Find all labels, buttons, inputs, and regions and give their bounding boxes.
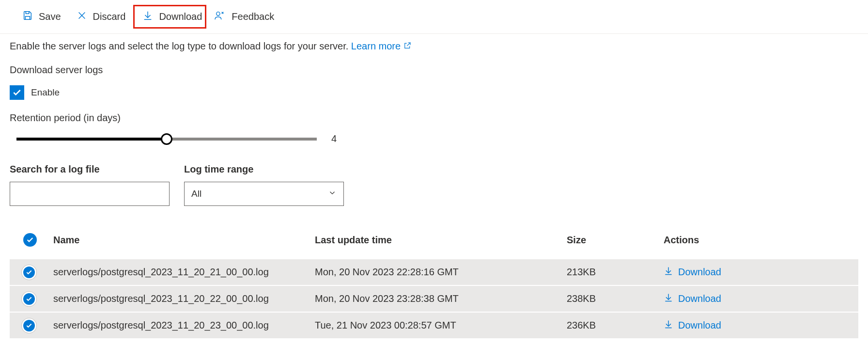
row-download-link[interactable]: Download bbox=[664, 293, 721, 305]
row-download-label: Download bbox=[678, 320, 721, 331]
download-label: Download bbox=[159, 11, 202, 22]
row-checkbox[interactable] bbox=[23, 293, 35, 305]
slider-thumb[interactable] bbox=[161, 133, 172, 145]
col-header-size[interactable]: Size bbox=[562, 225, 659, 259]
discard-label: Discard bbox=[93, 11, 126, 22]
search-label: Search for a log file bbox=[10, 164, 170, 175]
save-button[interactable]: Save bbox=[15, 6, 69, 27]
intro-text-line: Enable the server logs and select the lo… bbox=[10, 41, 858, 52]
chevron-down-icon bbox=[328, 189, 337, 200]
save-label: Save bbox=[39, 11, 61, 22]
search-input[interactable] bbox=[10, 182, 170, 206]
download-logs-heading: Download server logs bbox=[10, 64, 858, 76]
intro-text: Enable the server logs and select the lo… bbox=[10, 41, 348, 51]
feedback-button[interactable]: Feedback bbox=[206, 6, 282, 27]
col-header-actions: Actions bbox=[659, 225, 858, 259]
log-time: Mon, 20 Nov 2023 23:28:38 GMT bbox=[310, 285, 562, 312]
retention-value: 4 bbox=[331, 133, 337, 144]
row-download-link[interactable]: Download bbox=[664, 266, 721, 278]
col-header-last-update[interactable]: Last update time bbox=[310, 225, 562, 259]
time-range-label: Log time range bbox=[184, 164, 344, 175]
row-checkbox[interactable] bbox=[23, 320, 35, 331]
time-range-select[interactable]: All bbox=[184, 182, 344, 206]
download-icon bbox=[664, 293, 673, 305]
svg-point-0 bbox=[217, 12, 220, 16]
row-download-link[interactable]: Download bbox=[664, 319, 721, 331]
row-download-label: Download bbox=[678, 293, 721, 304]
table-row[interactable]: serverlogs/postgresql_2023_11_20_22_00_0… bbox=[10, 285, 858, 312]
log-size: 238KB bbox=[562, 285, 659, 312]
main-content: Enable the server logs and select the lo… bbox=[0, 34, 868, 338]
log-name: serverlogs/postgresql_2023_11_20_22_00_0… bbox=[48, 285, 310, 312]
time-range-value: All bbox=[191, 189, 202, 199]
logs-table: Name Last update time Size Actions serve… bbox=[10, 225, 858, 338]
log-name: serverlogs/postgresql_2023_11_20_21_00_0… bbox=[48, 259, 310, 285]
download-icon bbox=[664, 266, 673, 278]
enable-checkbox[interactable] bbox=[10, 85, 24, 100]
row-checkbox[interactable] bbox=[23, 267, 35, 278]
feedback-label: Feedback bbox=[232, 11, 274, 22]
slider-fill bbox=[16, 138, 167, 141]
enable-label: Enable bbox=[31, 87, 60, 98]
learn-more-link[interactable]: Learn more bbox=[351, 41, 411, 52]
log-name: serverlogs/postgresql_2023_11_20_23_00_0… bbox=[48, 312, 310, 338]
log-time: Mon, 20 Nov 2023 22:28:16 GMT bbox=[310, 259, 562, 285]
download-button[interactable]: Download bbox=[133, 5, 206, 29]
command-bar: Save Discard Download Feedback bbox=[0, 0, 868, 34]
table-row[interactable]: serverlogs/postgresql_2023_11_20_23_00_0… bbox=[10, 312, 858, 338]
close-icon bbox=[77, 10, 87, 23]
discard-button[interactable]: Discard bbox=[69, 6, 134, 27]
external-link-icon bbox=[403, 41, 411, 52]
retention-label: Retention period (in days) bbox=[10, 112, 858, 124]
download-icon bbox=[664, 319, 673, 331]
retention-slider[interactable] bbox=[16, 138, 317, 141]
log-size: 236KB bbox=[562, 312, 659, 338]
save-icon bbox=[22, 10, 33, 23]
row-download-label: Download bbox=[678, 267, 721, 278]
log-time: Tue, 21 Nov 2023 00:28:57 GMT bbox=[310, 312, 562, 338]
log-size: 213KB bbox=[562, 259, 659, 285]
learn-more-label: Learn more bbox=[351, 41, 401, 52]
col-header-name[interactable]: Name bbox=[48, 225, 310, 259]
table-row[interactable]: serverlogs/postgresql_2023_11_20_21_00_0… bbox=[10, 259, 858, 285]
feedback-icon bbox=[214, 10, 226, 23]
select-all-checkbox[interactable] bbox=[23, 233, 37, 247]
download-icon bbox=[142, 10, 153, 23]
